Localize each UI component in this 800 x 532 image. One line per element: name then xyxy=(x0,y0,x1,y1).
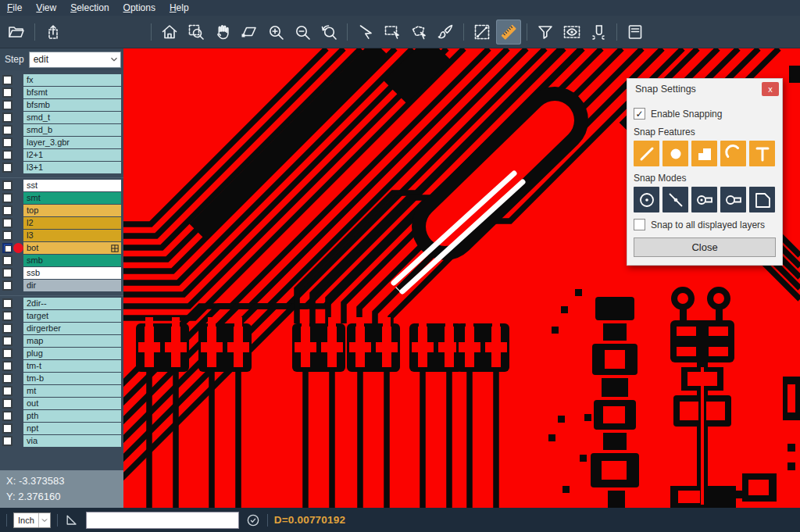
zoom-in-button[interactable] xyxy=(263,20,288,45)
layer-name[interactable]: smd_t xyxy=(23,112,121,123)
pan-hand-button[interactable] xyxy=(210,20,235,45)
zoom-out-button[interactable] xyxy=(290,20,315,45)
snap-line-button[interactable] xyxy=(634,141,659,166)
report-button[interactable] xyxy=(623,20,648,45)
menu-file[interactable]: File xyxy=(0,0,29,16)
layer-visibility-checkbox[interactable] xyxy=(2,311,12,321)
scroll-up-button[interactable] xyxy=(41,20,66,45)
layer-name[interactable]: fx xyxy=(23,74,121,86)
scroll-left-button[interactable] xyxy=(94,20,119,45)
mode-profile-button[interactable] xyxy=(749,187,775,212)
angle-mode-icon[interactable] xyxy=(64,512,80,528)
layer-visibility-checkbox[interactable] xyxy=(2,280,12,291)
layer-name[interactable]: top xyxy=(23,205,121,216)
mode-pad-center-button[interactable] xyxy=(691,187,717,212)
layer-visibility-checkbox[interactable] xyxy=(2,348,12,359)
layer-visibility-checkbox[interactable] xyxy=(2,112,12,123)
home-view-button[interactable] xyxy=(157,20,182,45)
layer-row-tm-t[interactable]: tm-t xyxy=(0,360,123,372)
layer-visibility-checkbox[interactable] xyxy=(2,386,12,396)
layer-row-via[interactable]: via xyxy=(0,435,123,447)
layer-row-out[interactable]: out xyxy=(0,398,123,409)
layer-visibility-checkbox[interactable] xyxy=(2,268,12,278)
layer-name[interactable]: via xyxy=(23,435,121,447)
layer-visibility-checkbox[interactable] xyxy=(2,298,12,309)
snap-all-layers-row[interactable]: Snap to all displayed layers xyxy=(634,219,776,230)
step-dropdown[interactable]: edit xyxy=(29,52,121,68)
menu-view[interactable]: View xyxy=(29,0,63,16)
unit-dropdown[interactable]: Inch xyxy=(13,512,51,528)
scroll-right-button[interactable] xyxy=(120,20,145,45)
layer-visibility-checkbox[interactable] xyxy=(2,137,12,148)
layer-row-target[interactable]: target xyxy=(0,310,123,322)
zoom-previous-button[interactable] xyxy=(316,20,341,45)
layer-visibility-checkbox[interactable] xyxy=(2,218,12,228)
layer-name[interactable]: bfsmt xyxy=(23,87,121,98)
layer-visibility-checkbox[interactable] xyxy=(2,205,12,216)
measure-line-button[interactable] xyxy=(470,20,495,45)
enable-snapping-checkbox[interactable]: ✓ xyxy=(634,108,645,120)
enable-snapping-row[interactable]: ✓ Enable Snapping xyxy=(634,108,776,120)
grid-icon[interactable] xyxy=(111,245,119,252)
layer-name[interactable]: ssb xyxy=(23,267,121,279)
layer-visibility-checkbox[interactable] xyxy=(2,100,12,110)
layer-row-l2-1[interactable]: l2+1 xyxy=(0,149,123,161)
scroll-down-button[interactable] xyxy=(67,20,92,45)
mode-center-button[interactable] xyxy=(634,187,659,212)
layer-visibility-checkbox[interactable] xyxy=(2,411,12,421)
layer-name[interactable]: bot xyxy=(23,242,121,254)
snap-text-button[interactable] xyxy=(749,141,775,166)
layer-visibility-checkbox[interactable] xyxy=(2,361,12,371)
layer-name[interactable]: smb xyxy=(23,255,121,266)
layer-name[interactable]: dirgerber xyxy=(23,323,121,334)
rect-select-button[interactable] xyxy=(380,20,405,45)
zoom-area-button[interactable] xyxy=(184,20,209,45)
layer-visibility-checkbox[interactable] xyxy=(2,193,12,203)
layer-row-fx[interactable]: fx xyxy=(0,74,123,86)
layer-row-2dir-[interactable]: 2dir-- xyxy=(0,298,123,309)
layer-row-dir[interactable]: dir xyxy=(0,280,123,291)
close-icon[interactable]: x xyxy=(762,82,779,96)
layer-name[interactable]: l2+1 xyxy=(23,149,121,161)
open-file-button[interactable] xyxy=(4,20,29,45)
snap-arc-button[interactable] xyxy=(720,141,746,166)
layer-row-npt[interactable]: npt xyxy=(0,423,123,434)
layer-name[interactable]: mt xyxy=(23,385,121,397)
menu-selection[interactable]: Selection xyxy=(63,0,116,16)
layer-visibility-checkbox[interactable] xyxy=(2,336,12,346)
layer-row-l3-1[interactable]: l3+1 xyxy=(0,162,123,173)
layer-visibility-checkbox[interactable] xyxy=(2,398,12,409)
select-arrow-button[interactable] xyxy=(353,20,378,45)
magnet-button[interactable] xyxy=(586,20,611,45)
layer-name[interactable]: layer_3.gbr xyxy=(23,137,121,148)
layer-visibility-checkbox[interactable] xyxy=(2,373,12,384)
layer-visibility-checkbox[interactable] xyxy=(2,423,12,434)
layer-row-smt[interactable]: smt xyxy=(0,192,123,204)
layer-row-l2[interactable]: l2 xyxy=(0,217,123,229)
layer-row-bfsmb[interactable]: bfsmb xyxy=(0,99,123,111)
layer-row-pth[interactable]: pth xyxy=(0,410,123,422)
layer-row-plug[interactable]: plug xyxy=(0,348,123,359)
layer-row-bfsmt[interactable]: bfsmt xyxy=(0,87,123,98)
layer-row-sst[interactable]: sst xyxy=(0,180,123,191)
layer-visibility-checkbox[interactable] xyxy=(2,87,12,98)
layer-name[interactable]: tm-b xyxy=(23,373,121,384)
layer-row-map[interactable]: map xyxy=(0,335,123,347)
layer-row-top[interactable]: top xyxy=(0,205,123,216)
mode-line-point-button[interactable] xyxy=(662,187,688,212)
layer-name[interactable]: map xyxy=(23,335,121,347)
layer-name[interactable]: target xyxy=(23,310,121,322)
snap-surface-button[interactable] xyxy=(691,141,717,166)
layer-visibility-checkbox[interactable] xyxy=(2,255,12,266)
layer-name[interactable]: bfsmb xyxy=(23,99,121,111)
layer-visibility-checkbox[interactable] xyxy=(2,436,12,446)
layer-name[interactable]: smd_b xyxy=(23,124,121,136)
layer-row-l3[interactable]: l3 xyxy=(0,230,123,241)
filter-button[interactable] xyxy=(533,20,558,45)
close-button[interactable]: Close xyxy=(634,237,776,257)
mode-pad-outline-button[interactable] xyxy=(720,187,746,212)
layer-row-tm-b[interactable]: tm-b xyxy=(0,373,123,384)
layer-row-smb[interactable]: smb xyxy=(0,255,123,266)
layer-row-ssb[interactable]: ssb xyxy=(0,267,123,279)
layer-visibility-checkbox[interactable] xyxy=(2,323,12,334)
